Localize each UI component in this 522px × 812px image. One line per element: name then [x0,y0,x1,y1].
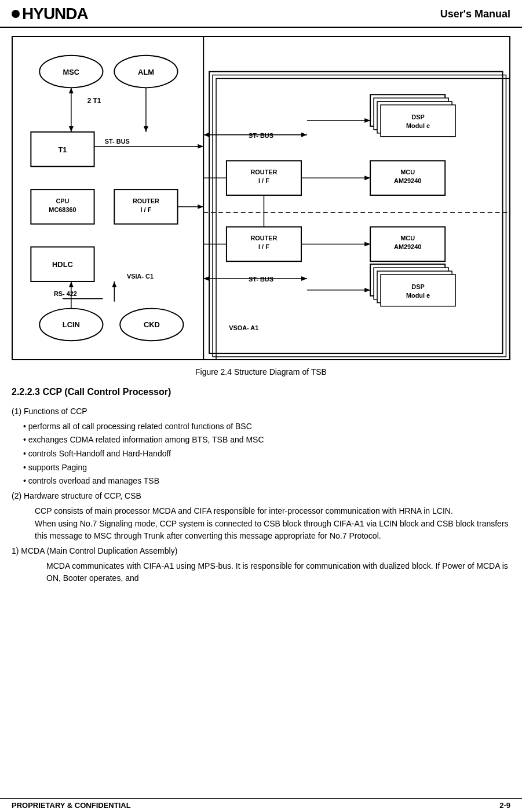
mcda-para-text: MCDA communicates with CIFA-A1 using MPS… [46,560,510,585]
hardware-para1-text: CCP consists of main processor MCDA and … [35,505,510,518]
svg-text:MC68360: MC68360 [49,206,76,213]
svg-text:Modul e: Modul e [406,292,430,299]
page-title: User's Manual [440,8,510,20]
functions-title: (1) Functions of CCP [12,405,510,418]
svg-marker-41 [301,133,307,137]
svg-marker-15 [198,144,203,149]
svg-text:RS- 422: RS- 422 [54,290,77,297]
hardware-para2-text: When using No.7 Signaling mode, CCP syst… [35,518,510,543]
mcda-title: 1) MCDA (Main Control Duplication Assemb… [12,545,510,558]
svg-text:VSOA- A1: VSOA- A1 [229,324,258,331]
figure-caption: Figure 2.4 Structure Diagram of TSB [0,367,522,376]
svg-text:MSC: MSC [63,68,80,76]
svg-text:ROUTER: ROUTER [133,197,159,204]
svg-text:2  T1: 2 T1 [87,97,101,105]
svg-text:AM29240: AM29240 [394,243,421,250]
svg-marker-57 [364,175,370,180]
svg-marker-40 [203,133,209,137]
svg-marker-65 [364,242,370,246]
bullet-item-4: supports Paging [23,462,510,474]
svg-text:ALM: ALM [138,68,154,76]
svg-marker-7 [69,87,74,93]
svg-text:HDLC: HDLC [52,260,73,269]
hardware-title: (2) Hardware structure of CCP, CSB [12,490,510,503]
svg-text:DSP: DSP [411,283,424,290]
svg-text:LCIN: LCIN [63,320,80,329]
svg-text:ST- BUS: ST- BUS [105,138,130,145]
bullet-item-5: controls overload and manages TSB [23,475,510,488]
svg-marker-68 [203,276,209,281]
footer-right: 2-9 [499,801,510,810]
page-footer: PROPRIETARY & CONFIDENTIAL 2-9 [0,798,522,812]
logo-dot [12,10,20,18]
svg-text:VSIA- C1: VSIA- C1 [127,273,154,280]
svg-text:I / F: I / F [258,243,269,250]
svg-text:ST- BUS: ST- BUS [249,132,273,139]
section-heading: 2.2.2.3 CCP (Call Control Processor) [12,387,510,397]
bullet-list: performs all of call processing related … [23,420,510,488]
svg-marker-49 [364,118,370,123]
hardware-para1: CCP consists of main processor MCDA and … [35,505,510,543]
svg-marker-8 [69,126,74,132]
svg-marker-23 [198,204,203,209]
body-text: (1) Functions of CCP [12,405,510,418]
svg-text:MCU: MCU [400,235,415,242]
bullet-item-1: performs all of call processing related … [23,420,510,433]
svg-marker-10 [144,126,148,132]
svg-marker-29 [112,281,116,287]
svg-marker-35 [69,281,74,287]
svg-text:Modul e: Modul e [406,122,430,129]
mcda-para: MCDA communicates with CIFA-A1 using MPS… [46,560,510,585]
svg-rect-84 [213,75,506,357]
diagram-svg: MSC ALM 2 T1 T1 ST- BUS CPU MC68360 ROUT… [13,37,509,359]
bullet-item-2: exchanges CDMA related information among… [23,434,510,447]
bullet-item-3: controls Soft-Handoff and Hard-Handoff [23,448,510,460]
svg-text:CKD: CKD [144,320,160,329]
svg-text:I / F: I / F [141,206,152,213]
diagram-container: MSC ALM 2 T1 T1 ST- BUS CPU MC68360 ROUT… [12,36,510,360]
svg-text:ROUTER: ROUTER [250,169,277,175]
svg-marker-69 [301,276,307,281]
svg-text:ROUTER: ROUTER [250,235,277,242]
svg-rect-73 [381,275,455,306]
logo-text: HYUNDA [22,5,88,23]
svg-text:MCU: MCU [400,169,415,175]
svg-text:T1: T1 [58,145,67,154]
svg-text:I / F: I / F [258,177,269,184]
svg-text:ST- BUS: ST- BUS [249,276,273,283]
footer-left: PROPRIETARY & CONFIDENTIAL [12,801,131,810]
svg-text:DSP: DSP [411,114,424,120]
mcda-section: 1) MCDA (Main Control Duplication Assemb… [12,545,510,558]
page-header: HYUNDA User's Manual [0,0,522,28]
logo: HYUNDA [12,5,88,23]
svg-text:AM29240: AM29240 [394,177,421,184]
svg-marker-77 [364,288,370,292]
hardware-section: (2) Hardware structure of CCP, CSB [12,490,510,503]
svg-text:CPU: CPU [56,197,69,204]
svg-rect-45 [381,105,455,137]
